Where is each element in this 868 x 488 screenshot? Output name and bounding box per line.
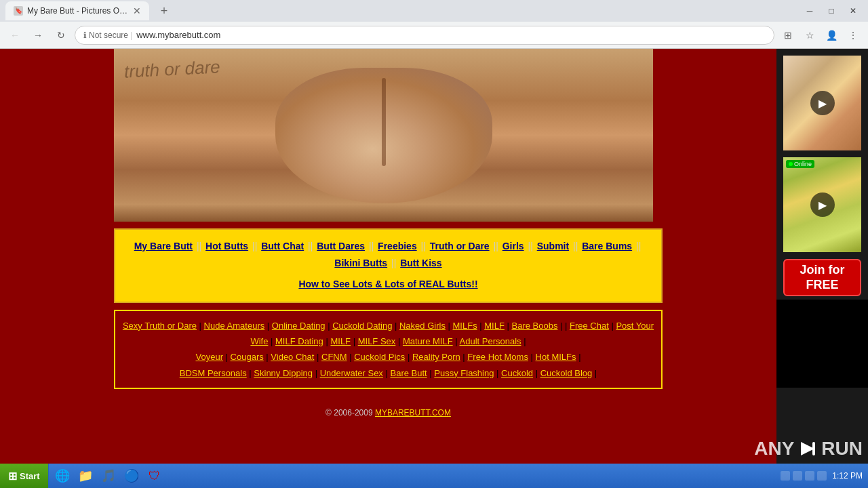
start-button[interactable]: ⊞ Start [0, 464, 49, 488]
nav-submit[interactable]: Submit [537, 241, 569, 251]
start-label: Start [20, 471, 40, 481]
link-cougars[interactable]: Cougars [231, 352, 264, 362]
site-link[interactable]: MYBAREBUTT.COM [375, 408, 451, 418]
nav-hot-butts[interactable]: Hot Butts [205, 241, 248, 251]
link-pussy-flashing[interactable]: Pussy Flashing [434, 368, 494, 378]
tray-icon-3 [805, 471, 814, 481]
taskbar-chrome-icon[interactable]: 🔵 [121, 466, 142, 486]
link-bdsm-personals[interactable]: BDSM Personals [180, 368, 247, 378]
links-box: Sexy Truth or Dare | Nude Amateurs | Onl… [114, 310, 663, 390]
address-bar: ← → ↻ ℹ Not secure | www.mybarebutt.com … [0, 22, 868, 49]
navigation-box: My Bare Butt || Hot Butts || Butt Chat |… [114, 228, 663, 303]
clock: 1:12 PM [832, 471, 863, 481]
link-naked-girls[interactable]: Naked Girls [399, 321, 446, 331]
taskbar-folder-icon[interactable]: 📁 [75, 466, 96, 486]
tab-favicon: 🔖 [14, 6, 23, 16]
taskbar-programs: 🌐 📁 🎵 🔵 🛡 [49, 466, 168, 486]
browser-tab[interactable]: 🔖 My Bare Butt - Pictures Of College G..… [5, 1, 149, 20]
nav-bare-bums[interactable]: Bare Bums [582, 241, 632, 251]
play-button-2[interactable]: ▶ [810, 192, 835, 217]
link-online-dating[interactable]: Online Dating [272, 321, 326, 331]
taskbar: ⊞ Start 🌐 📁 🎵 🔵 🛡 1:12 PM [0, 464, 868, 488]
tray-icon-1 [781, 471, 790, 481]
system-tray [781, 471, 827, 481]
link-milfs[interactable]: MILFs [453, 321, 477, 331]
tab-title: My Bare Butt - Pictures Of College G... [27, 6, 129, 16]
translate-icon[interactable]: ⊞ [778, 26, 797, 45]
address-input-bar[interactable]: ℹ Not secure | www.mybarebutt.com [75, 26, 774, 45]
link-adult-personals[interactable]: Adult Personals [460, 336, 521, 346]
link-cuckold-dating[interactable]: Cuckold Dating [332, 321, 392, 331]
nav-my-bare-butt[interactable]: My Bare Butt [134, 241, 193, 251]
minimize-button[interactable]: ─ [800, 3, 819, 18]
main-image: truth or dare [114, 49, 653, 222]
link-voyeur[interactable]: Voyeur [195, 352, 222, 362]
link-milf-dating[interactable]: MILF Dating [275, 336, 323, 346]
links-text: Sexy Truth or Dare | Nude Amateurs | Onl… [122, 318, 654, 382]
reload-button[interactable]: ↻ [52, 26, 71, 45]
profile-icon[interactable]: 👤 [822, 26, 841, 45]
url-text: www.mybarebutt.com [136, 30, 220, 40]
maximize-button[interactable]: □ [822, 3, 841, 18]
close-button[interactable]: ✕ [844, 3, 863, 18]
sidebar: ▶ Online ▶ Join for FREE [776, 49, 868, 488]
taskbar-right: 1:12 PM [775, 471, 868, 481]
link-hot-milfs[interactable]: Hot MILFs [536, 352, 576, 362]
link-mature-milf[interactable]: Mature MILF [403, 336, 453, 346]
link-milf[interactable]: MILF [484, 321, 505, 331]
link-reality-porn[interactable]: Reality Porn [412, 352, 460, 362]
link-video-chat[interactable]: Video Chat [271, 352, 314, 362]
nav-girls[interactable]: Girls [502, 241, 524, 251]
back-button[interactable]: ← [5, 26, 24, 45]
bookmark-icon[interactable]: ☆ [800, 26, 819, 45]
forward-button[interactable]: → [28, 26, 47, 45]
how-to-link[interactable]: How to See Lots & Lots of REAL Butts!! [123, 276, 653, 293]
nav-truth-or-dare[interactable]: Truth or Dare [430, 241, 490, 251]
link-cuckold[interactable]: Cuckold [501, 368, 533, 378]
link-cfnm[interactable]: CFNM [321, 352, 347, 362]
sidebar-bottom [776, 300, 868, 388]
link-milf-sex[interactable]: MILF Sex [358, 336, 396, 346]
link-bare-boobs[interactable]: Bare Boobs [511, 321, 557, 331]
nav-freebies[interactable]: Freebies [378, 241, 417, 251]
nav-butt-chat[interactable]: Butt Chat [261, 241, 304, 251]
link-sexy-truth-or-dare[interactable]: Sexy Truth or Dare [123, 321, 197, 331]
browser-chrome: 🔖 My Bare Butt - Pictures Of College G..… [0, 0, 868, 49]
link-skinny-dipping[interactable]: Skinny Dipping [254, 368, 313, 378]
tray-icon-4 [817, 471, 827, 481]
anyrun-watermark: ANY RUN [749, 435, 776, 462]
link-bare-butt[interactable]: Bare Butt [390, 368, 427, 378]
taskbar-shield-icon[interactable]: 🛡 [144, 466, 165, 486]
play-button-1[interactable]: ▶ [810, 91, 835, 115]
link-free-hot-moms[interactable]: Free Hot Moms [467, 352, 528, 362]
link-cuckold-blog[interactable]: Cuckold Blog [540, 368, 593, 378]
address-bar-icons: ⊞ ☆ 👤 ⋮ [778, 26, 863, 45]
window-controls: ─ □ ✕ [800, 3, 863, 18]
online-label: Online [794, 161, 812, 167]
nav-links: My Bare Butt || Hot Butts || Butt Chat |… [123, 238, 653, 293]
sidebar-thumb-2[interactable]: Online ▶ [783, 157, 861, 252]
join-free-button[interactable]: Join for FREE [783, 259, 861, 296]
link-underwater-sex[interactable]: Underwater Sex [320, 368, 383, 378]
taskbar-media-icon[interactable]: 🎵 [98, 466, 119, 486]
link-milf2[interactable]: MILF [330, 336, 351, 346]
link-nude-amateurs[interactable]: Nude Amateurs [204, 321, 265, 331]
online-badge: Online [786, 160, 814, 168]
join-btn-text: Join for FREE [785, 263, 860, 292]
title-bar: 🔖 My Bare Butt - Pictures Of College G..… [0, 0, 868, 22]
nav-butt-dares[interactable]: Butt Dares [317, 241, 365, 251]
link-free-chat[interactable]: Free Chat [570, 321, 609, 331]
taskbar-ie-icon[interactable]: 🌐 [52, 466, 73, 486]
not-secure-label: ℹ Not secure | [83, 30, 132, 40]
tab-close-button[interactable]: ✕ [133, 5, 141, 16]
copyright: © 2006-2009 [326, 408, 373, 418]
nav-butt-kiss[interactable]: Butt Kiss [400, 258, 441, 268]
nav-bikini-butts[interactable]: Bikini Butts [334, 258, 387, 268]
footer: © 2006-2009 MYBAREBUTT.COM [0, 394, 776, 431]
link-cuckold-pics[interactable]: Cuckold Pics [354, 352, 405, 362]
sidebar-thumb-1[interactable]: ▶ [783, 56, 861, 150]
new-tab-button[interactable]: + [155, 1, 174, 20]
main-content: truth or dare My Bare Butt || Hot Butts … [0, 49, 868, 488]
online-dot [789, 162, 793, 166]
menu-icon[interactable]: ⋮ [844, 26, 863, 45]
